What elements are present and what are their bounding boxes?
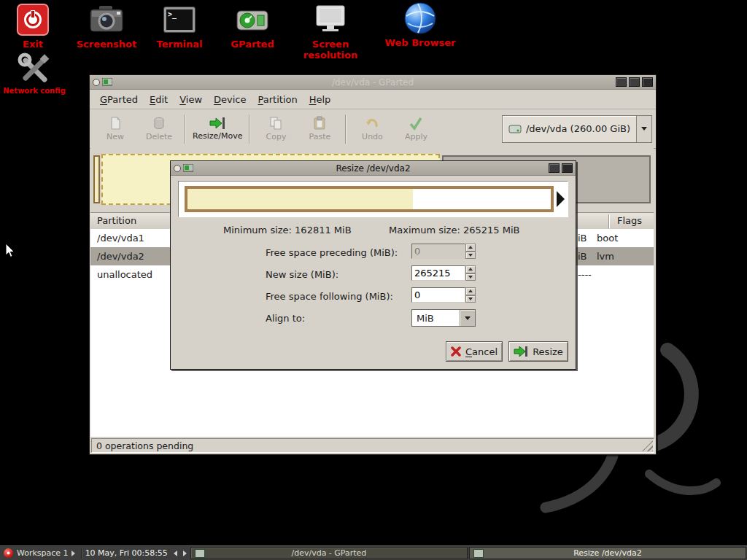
menu-device[interactable]: Device (208, 92, 252, 107)
preceding-spinner[interactable] (465, 244, 476, 259)
spin-up-icon[interactable] (465, 287, 476, 295)
desktop-icon-terminal[interactable]: >_ Terminal (143, 3, 216, 50)
device-selector-value: /dev/vda (260.00 GiB) (526, 123, 630, 134)
desktop-icon-web-browser[interactable]: Web Browser (376, 1, 464, 48)
minimize-button[interactable] (616, 77, 627, 87)
copy-icon (268, 116, 283, 131)
task-button-gparted[interactable]: /dev/vda - GParted (190, 547, 468, 559)
exit-icon (17, 3, 49, 36)
task-list: /dev/vda - GParted Resize /dev/vda2 (190, 546, 747, 560)
new-button[interactable]: New (93, 112, 137, 147)
apply-button[interactable]: Apply (394, 112, 438, 147)
workspace-label[interactable]: Workspace 1 (17, 548, 69, 558)
toolbar-label: Delete (146, 132, 172, 141)
resize-handle-right-icon[interactable] (557, 191, 565, 207)
new-size-label: New size (MiB): (266, 269, 338, 280)
workspace-next-icon[interactable] (71, 551, 75, 556)
align-to-dropdown[interactable]: MiB (411, 309, 476, 327)
free-space-preceding-input[interactable] (411, 244, 465, 259)
toolbar-label: New (107, 132, 124, 141)
new-size-input[interactable] (411, 265, 465, 281)
resize-slider[interactable] (178, 181, 568, 217)
menu-edit[interactable]: Edit (144, 92, 174, 107)
cancel-button[interactable]: Cancel (446, 341, 503, 362)
gparted-app-icon (102, 78, 112, 86)
task-label: Resize /dev/vda2 (470, 548, 746, 558)
free-space-following-input[interactable] (411, 287, 465, 303)
resize-partition-bar[interactable] (185, 186, 554, 212)
desktop-icon-screen-resolution[interactable]: Screen resolution (285, 3, 376, 61)
menu-view[interactable]: View (174, 92, 208, 107)
desktop: Exit Screenshot >_ Terminal (0, 0, 747, 560)
resize-button[interactable]: Resize (508, 341, 568, 362)
undo-button[interactable]: Undo (350, 112, 394, 147)
taskbar-divider (81, 548, 82, 559)
spin-down-icon[interactable] (465, 252, 476, 260)
toolbar-separator (185, 114, 186, 144)
used-space-area (187, 189, 413, 209)
copy-button[interactable]: Copy (254, 112, 298, 147)
menu-gparted[interactable]: GParted (94, 92, 144, 107)
cancel-label: Cancel (465, 346, 498, 357)
device-dropdown-button[interactable] (636, 116, 651, 142)
paste-button[interactable]: Paste (298, 112, 341, 147)
delete-button[interactable]: Delete (137, 112, 181, 147)
new-size-spinner[interactable] (465, 265, 476, 281)
column-header-partition[interactable]: Partition (97, 215, 136, 226)
desktop-icon-label: Network config (3, 87, 66, 95)
chevron-down-icon (465, 316, 471, 320)
desktop-icon-label: Screenshot (77, 39, 137, 50)
partition-name: unallocated (90, 269, 152, 280)
maximize-button[interactable] (549, 163, 560, 173)
visual-partition-vda1[interactable] (93, 155, 100, 203)
camera-icon (89, 3, 124, 36)
chevron-down-icon (641, 127, 647, 131)
column-header-flags[interactable]: Flags (617, 215, 642, 226)
partition-name: /dev/vda2 (90, 251, 144, 262)
taskbar-scroll-right-icon[interactable] (183, 551, 187, 556)
toolbar-label: Apply (405, 132, 427, 141)
dropdown-arrow-button[interactable] (460, 310, 475, 326)
desktop-icon-network-config[interactable]: Network config (0, 51, 71, 95)
resize-label: Resize (533, 346, 563, 357)
tools-icon (17, 51, 52, 85)
window-icon (195, 549, 205, 558)
taskbar-scroll-left-icon[interactable] (174, 551, 177, 556)
taskbar: Workspace 1 10 May, Fri 00:58:55 /dev/vd… (0, 545, 747, 560)
desktop-icon-screenshot[interactable]: Screenshot (70, 3, 143, 50)
flags-value: boot (597, 233, 618, 244)
taskbar-menu-icon[interactable] (4, 548, 13, 558)
desktop-icon-exit[interactable]: Exit (0, 3, 69, 50)
maximize-button[interactable] (629, 77, 640, 87)
size-fragment: ---- (578, 269, 592, 280)
menu-partition[interactable]: Partition (252, 92, 303, 107)
spin-down-icon[interactable] (465, 295, 476, 303)
close-button[interactable] (562, 163, 573, 173)
clock: 10 May, Fri 00:58:55 (85, 548, 168, 558)
window-menu-icon[interactable] (93, 79, 100, 86)
device-selector[interactable]: /dev/vda (260.00 GiB) (502, 115, 652, 143)
window-menu-icon[interactable] (174, 165, 181, 172)
dialog-title: Resize /dev/vda2 (171, 163, 576, 174)
toolbar-separator (345, 114, 347, 144)
desktop-icon-gparted[interactable]: GParted (216, 3, 289, 50)
spin-down-icon[interactable] (465, 273, 476, 281)
spin-up-icon[interactable] (465, 265, 476, 273)
partition-name: /dev/vda1 (90, 233, 144, 244)
column-divider[interactable] (608, 214, 610, 228)
desktop-icon-label: GParted (231, 39, 274, 50)
resize-arrow-icon (514, 346, 528, 357)
dialog-titlebar[interactable]: Resize /dev/vda2 (171, 161, 576, 176)
gparted-icon (236, 3, 269, 36)
status-bar: 0 operations pending (91, 438, 654, 453)
close-button[interactable] (642, 77, 653, 87)
menu-help[interactable]: Help (303, 92, 337, 107)
following-spinner[interactable] (465, 287, 476, 303)
gparted-titlebar[interactable]: /dev/vda - GParted (90, 75, 656, 90)
flags-value: lvm (597, 251, 614, 262)
task-button-resize-dialog[interactable]: Resize /dev/vda2 (469, 547, 746, 559)
spin-up-icon[interactable] (465, 244, 476, 252)
resize-grip[interactable] (642, 440, 653, 451)
desktop-icon-label: Web Browser (385, 37, 456, 48)
resize-move-button[interactable]: Resize/Move (190, 112, 245, 147)
